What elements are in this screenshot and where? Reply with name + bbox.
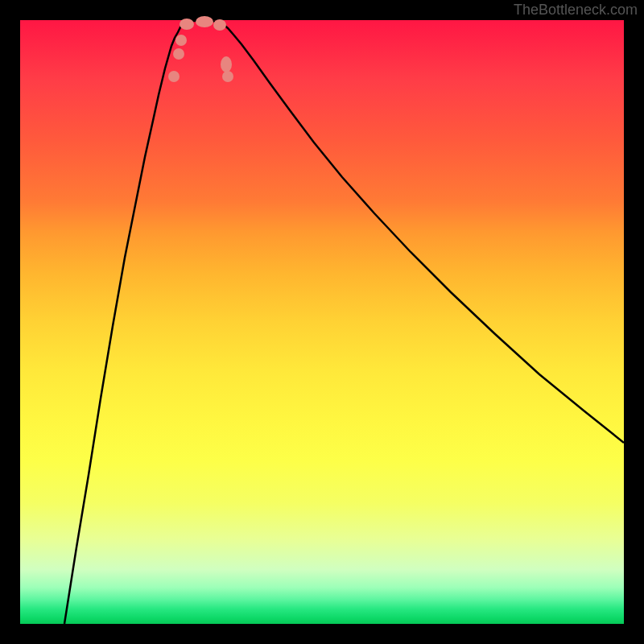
data-point-marker (213, 19, 226, 31)
plot-gradient-area (20, 20, 624, 624)
curve-left-branch (64, 22, 185, 624)
chart-frame: TheBottleneck.com (0, 0, 644, 644)
bottleneck-curve (20, 20, 624, 624)
data-point-marker (222, 71, 233, 82)
data-point-marker (168, 71, 180, 82)
data-point-marker (196, 16, 213, 27)
curve-right-branch (220, 22, 624, 443)
data-point-marker (180, 19, 194, 30)
data-point-marker (221, 56, 232, 72)
watermark-text: TheBottleneck.com (514, 2, 638, 19)
data-point-marker (175, 35, 187, 46)
data-point-marker (173, 48, 184, 60)
